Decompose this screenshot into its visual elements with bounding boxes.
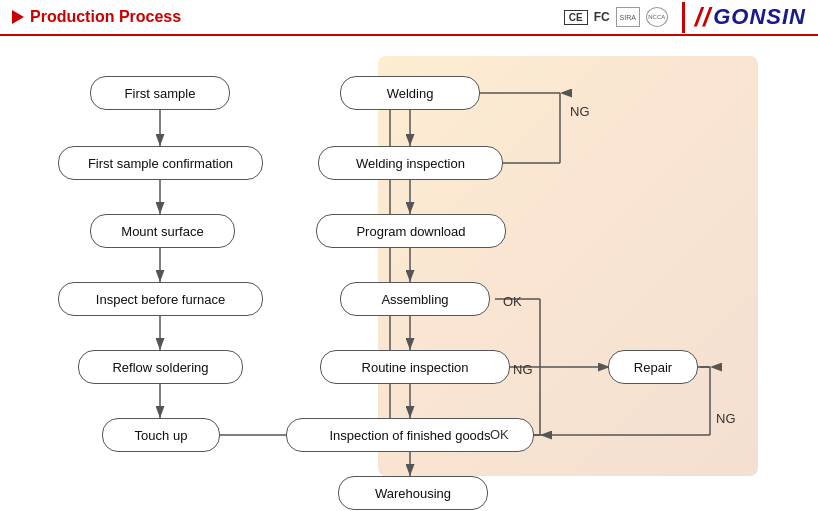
brand-name: GONSIN (713, 4, 806, 30)
fc-cert: FC (594, 10, 610, 24)
ok2-label: OK (490, 427, 509, 442)
welding-inspection-box: Welding inspection (318, 146, 503, 180)
triangle-icon (12, 10, 24, 24)
sira-cert: SIRA (616, 7, 640, 27)
first-sample-box: First sample (90, 76, 230, 110)
header-left: Production Process (12, 8, 181, 26)
warehousing-box: Warehousing (338, 476, 488, 510)
welding-box: Welding (340, 76, 480, 110)
ng1-label: NG (570, 104, 590, 119)
program-download-box: Program download (316, 214, 506, 248)
assembling-box: Assembling (340, 282, 490, 316)
header: Production Process CE FC SIRA NCCA // GO… (0, 0, 818, 36)
ok1-label: OK (503, 294, 522, 309)
page-title: Production Process (30, 8, 181, 26)
ncca-cert: NCCA (646, 7, 668, 27)
brand-slash: // (695, 2, 711, 33)
mount-surface-box: Mount surface (90, 214, 235, 248)
brand-logo: // GONSIN (682, 2, 806, 33)
first-sample-confirm-box: First sample confirmation (58, 146, 263, 180)
cert-icons: CE FC SIRA NCCA (564, 7, 668, 27)
inspect-before-furnace-box: Inspect before furnace (58, 282, 263, 316)
reflow-soldering-box: Reflow soldering (78, 350, 243, 384)
repair-box: Repair (608, 350, 698, 384)
main-content: First sample First sample confirmation M… (0, 36, 818, 511)
header-right: CE FC SIRA NCCA // GONSIN (564, 2, 806, 33)
ng3-label: NG (716, 411, 736, 426)
ce-cert: CE (564, 10, 588, 25)
flowchart: First sample First sample confirmation M… (30, 46, 790, 506)
routine-inspection-box: Routine inspection (320, 350, 510, 384)
touch-up-box: Touch up (102, 418, 220, 452)
ng2-label: NG (513, 362, 533, 377)
